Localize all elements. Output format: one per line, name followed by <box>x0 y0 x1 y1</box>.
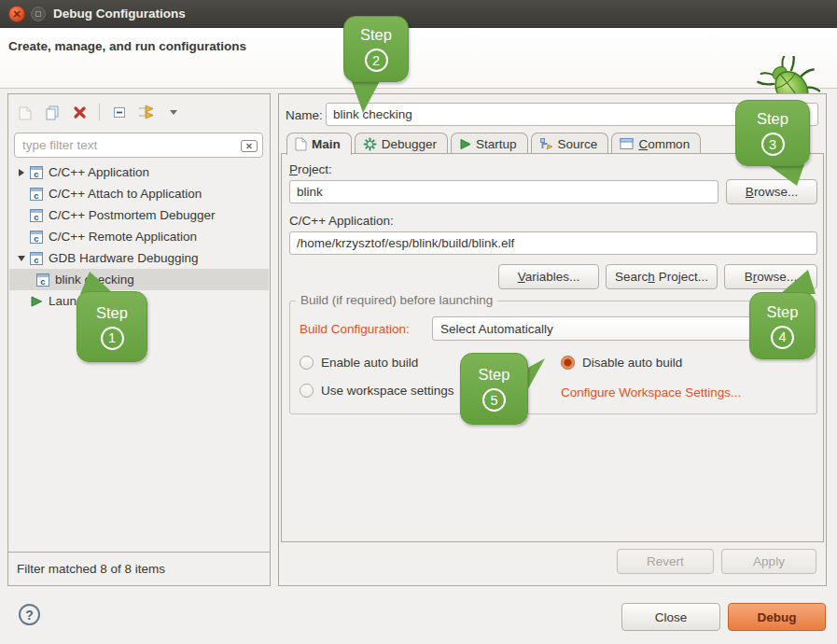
tab-source[interactable]: Source <box>531 133 609 154</box>
step-4-callout: Step 4 <box>749 292 816 359</box>
search-project-button[interactable]: Search Project... <box>606 264 718 289</box>
tab-debugger[interactable]: Debugger <box>355 133 448 154</box>
filter-status-text: Filter matched 8 of 8 items <box>8 552 270 585</box>
close-window-icon[interactable]: ✕ <box>8 6 25 22</box>
radio-label: Use workspace settings <box>321 384 454 398</box>
enable-auto-build-option[interactable]: Enable auto build <box>300 356 418 370</box>
tree-item-label: C/C++ Postmortem Debugger <box>49 208 216 222</box>
svg-text:c: c <box>34 189 38 200</box>
filter-configurations-icon[interactable] <box>137 103 156 121</box>
project-label: Project: <box>289 162 332 176</box>
step-label: Step <box>757 110 788 128</box>
step-number: 1 <box>101 327 124 350</box>
configuration-detail-panel: Name: Main Debugger Startup Source Commo… <box>278 93 827 586</box>
step-label: Step <box>479 366 510 384</box>
tab-label: Debugger <box>382 137 437 151</box>
application-input[interactable] <box>289 231 817 255</box>
titlebar: ✕ Debug Configurations <box>0 0 837 28</box>
tab-label: Common <box>638 137 690 151</box>
expander-expanded-icon[interactable] <box>15 256 27 261</box>
duplicate-configuration-icon[interactable] <box>43 103 62 121</box>
toolbar-menu-dropdown-icon[interactable] <box>164 103 183 121</box>
restore-window-icon[interactable] <box>31 7 46 21</box>
enable-auto-build-radio[interactable] <box>300 356 314 370</box>
c-application-icon: c <box>30 252 43 265</box>
configuration-tree: c C/C++ Application c C/C++ Attach to Ap… <box>9 161 269 312</box>
clear-filter-icon[interactable] <box>241 139 258 156</box>
svg-text:c: c <box>34 168 38 178</box>
radio-label: Disable auto build <box>582 356 682 370</box>
disable-auto-build-radio[interactable] <box>561 356 575 370</box>
debugger-tab-icon <box>363 137 377 151</box>
c-application-icon: c <box>30 166 43 179</box>
tree-item-cpp-attach[interactable]: c C/C++ Attach to Application <box>9 183 269 204</box>
step-label: Step <box>360 26 392 44</box>
svg-text:c: c <box>34 254 38 264</box>
step-label: Step <box>767 303 799 321</box>
project-input[interactable] <box>289 180 718 203</box>
step-number: 3 <box>761 133 785 156</box>
main-tab-icon <box>295 137 307 151</box>
help-icon[interactable]: ? <box>19 604 40 625</box>
build-configuration-label: Build Configuration: <box>300 322 410 336</box>
launch-group-icon <box>30 295 43 308</box>
new-configuration-icon[interactable] <box>16 103 35 121</box>
startup-tab-icon <box>459 138 471 150</box>
apply-button[interactable]: Apply <box>721 549 816 574</box>
tree-item-gdb-hardware-debugging[interactable]: c GDB Hardware Debugging <box>9 247 269 269</box>
step-5-callout: Step 5 <box>460 353 528 425</box>
use-workspace-settings-option[interactable]: Use workspace settings <box>300 384 454 398</box>
build-before-launch-group: Build (if required) before launching Bui… <box>289 301 817 414</box>
common-tab-icon <box>620 137 634 150</box>
filter-input[interactable] <box>14 133 263 158</box>
build-configuration-value: Select Automatically <box>440 322 553 336</box>
tree-item-label: C/C++ Application <box>49 165 149 179</box>
disable-auto-build-option[interactable]: Disable auto build <box>561 356 682 370</box>
step-1-callout: Step 1 <box>77 291 147 362</box>
step-2-pointer <box>347 79 384 113</box>
tab-label: Source <box>558 137 598 151</box>
tree-item-cpp-postmortem[interactable]: c C/C++ Postmortem Debugger <box>9 204 269 226</box>
delete-configuration-icon[interactable] <box>70 103 89 121</box>
tab-label: Main <box>312 137 341 151</box>
build-group-legend: Build (if required) before launching <box>296 293 497 307</box>
step-label: Step <box>96 304 128 322</box>
tree-item-cpp-application[interactable]: c C/C++ Application <box>9 161 269 183</box>
tree-item-blink-checking[interactable]: c blink checking <box>9 269 269 290</box>
radio-label: Enable auto build <box>321 356 418 370</box>
tree-item-label: C/C++ Remote Application <box>49 230 197 244</box>
variables-button[interactable]: Variables... <box>498 264 599 289</box>
application-label: C/C++ Application: <box>289 214 394 228</box>
tab-common[interactable]: Common <box>611 133 701 154</box>
dialog-header: Create, manage, and run configurations <box>0 28 837 89</box>
toolbar-separator <box>99 104 100 120</box>
step-2-callout: Step 2 <box>343 16 409 82</box>
use-workspace-settings-radio[interactable] <box>300 384 314 398</box>
c-application-icon: c <box>30 231 43 244</box>
dialog-header-title: Create, manage, and run configurations <box>8 39 246 53</box>
main-tab-content: Project: Browse... C/C++ Application: Va… <box>281 153 824 542</box>
revert-button[interactable]: Revert <box>617 549 714 574</box>
name-label: Name: <box>286 108 323 122</box>
step-number: 2 <box>365 49 388 72</box>
step-3-pointer <box>765 164 806 186</box>
expander-collapsed-icon[interactable] <box>15 169 27 176</box>
close-button[interactable]: Close <box>621 603 720 631</box>
step-number: 4 <box>771 326 794 349</box>
step-3-callout: Step 3 <box>735 100 810 166</box>
tree-item-cpp-remote[interactable]: c C/C++ Remote Application <box>9 226 269 247</box>
collapse-all-icon[interactable] <box>110 103 129 121</box>
svg-text:c: c <box>34 211 38 221</box>
configurations-toolbar <box>8 94 270 130</box>
step-number: 5 <box>482 388 506 412</box>
tab-main[interactable]: Main <box>286 133 352 155</box>
svg-text:c: c <box>34 232 38 243</box>
debug-button[interactable]: Debug <box>728 603 826 631</box>
step-4-pointer <box>780 270 816 294</box>
tree-item-label: GDB Hardware Debugging <box>49 251 199 265</box>
configure-workspace-settings-link[interactable]: Configure Workspace Settings... <box>561 385 741 399</box>
svg-text:c: c <box>40 275 45 286</box>
filter-field-wrap <box>14 133 263 158</box>
c-application-icon: c <box>30 188 43 201</box>
tab-startup[interactable]: Startup <box>451 133 528 154</box>
